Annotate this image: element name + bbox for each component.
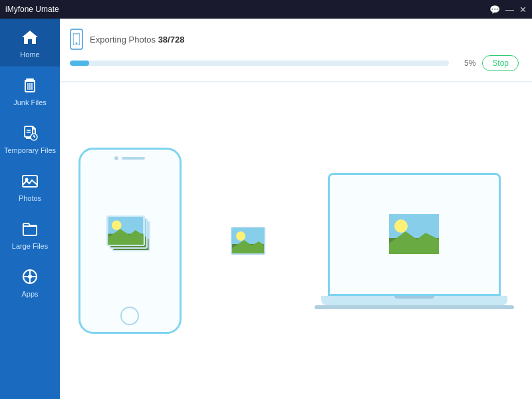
app-container: Home Junk Files (0, 19, 532, 399)
photos-icon (19, 170, 41, 192)
phone-small-icon (70, 29, 83, 50)
phone-home-button (120, 307, 139, 325)
animation-area (60, 82, 532, 399)
phone-top (114, 156, 145, 160)
close-icon[interactable]: ✕ (519, 5, 527, 15)
trash-icon (19, 74, 41, 96)
sidebar: Home Junk Files (0, 19, 60, 399)
phone-illustration (78, 148, 182, 334)
minimize-icon[interactable]: — (505, 5, 514, 15)
progress-bar-fill (70, 61, 89, 66)
phone-camera (114, 156, 118, 160)
laptop-screen-photo (389, 214, 439, 254)
sidebar-item-apps[interactable]: Apps (0, 258, 60, 306)
svg-point-40 (394, 219, 408, 233)
laptop-screen (328, 173, 501, 296)
sidebar-item-junk-files[interactable]: Junk Files (0, 66, 60, 114)
sidebar-item-temporary-files[interactable]: Temporary Files (0, 114, 60, 162)
chat-icon[interactable]: 💬 (489, 5, 500, 15)
sidebar-label-photos: Photos (19, 194, 41, 202)
sidebar-label-home: Home (20, 51, 39, 59)
phone-screen (86, 164, 174, 303)
svg-rect-23 (75, 35, 78, 35)
svg-point-32 (112, 220, 122, 230)
progress-header: Exporting Photos 38/728 (70, 29, 519, 50)
laptop-base (321, 296, 507, 305)
photo-card-front (106, 215, 145, 246)
svg-rect-13 (23, 176, 37, 187)
svg-point-36 (236, 231, 245, 241)
progress-bar-track (70, 61, 449, 66)
svg-marker-0 (22, 31, 38, 44)
window-controls: 💬 — ✕ (489, 5, 527, 15)
sidebar-item-large-files[interactable]: Large Files (0, 210, 60, 258)
sidebar-label-temp: Temporary Files (4, 146, 56, 154)
temp-icon (19, 122, 41, 144)
main-content: Exporting Photos 38/728 5% Stop (60, 19, 532, 399)
progress-bar-row: 5% Stop (70, 55, 519, 71)
apps-icon (19, 266, 41, 287)
svg-point-22 (76, 43, 78, 45)
sidebar-label-large-files: Large Files (12, 242, 48, 250)
title-bar: iMyfone Umate 💬 — ✕ (0, 0, 532, 19)
home-icon (19, 27, 41, 48)
photo-stack (106, 215, 153, 252)
svg-point-16 (28, 275, 32, 279)
laptop-illustration (315, 173, 514, 309)
app-title: iMyfone Umate (5, 5, 59, 14)
sidebar-item-home[interactable]: Home (0, 19, 60, 66)
progress-percent: 5% (456, 59, 475, 68)
sidebar-label-apps: Apps (21, 290, 38, 298)
laptop-feet (315, 305, 514, 309)
phone-speaker (122, 157, 145, 160)
svg-rect-1 (26, 78, 34, 80)
large-files-icon (19, 218, 41, 239)
progress-count: 38/728 (158, 35, 185, 45)
progress-label: Exporting Photos 38/728 (90, 35, 184, 45)
progress-section: Exporting Photos 38/728 5% Stop (60, 19, 532, 82)
stop-button[interactable]: Stop (482, 55, 519, 71)
flying-photo (231, 227, 265, 255)
sidebar-label-junk: Junk Files (13, 98, 47, 106)
sidebar-item-photos[interactable]: Photos (0, 162, 60, 210)
flying-photo-container (221, 214, 275, 267)
